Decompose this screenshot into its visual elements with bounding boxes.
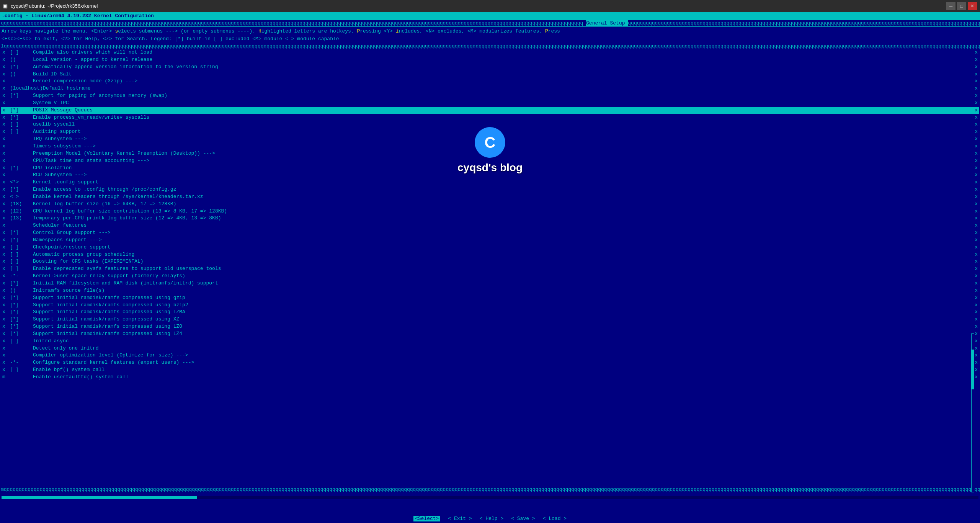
row-prefix: x [2, 294, 10, 302]
row-marker: [*] [10, 92, 33, 100]
row-side-right: x [975, 114, 978, 121]
list-item[interactable]: x[*] Enable process_vm_readv/writev sysc… [1, 114, 979, 121]
list-item[interactable]: x[*] Control Group support --->x [1, 229, 979, 237]
list-item[interactable]: x[*] Support initial ramdisk/ramfs compr… [1, 294, 979, 302]
row-side-right: x [975, 49, 978, 56]
row-side-right: x [975, 121, 978, 128]
list-item[interactable]: x[*] Support initial ramdisk/ramfs compr… [1, 330, 979, 338]
row-side-right: x [975, 71, 978, 78]
list-item[interactable]: x() Initramfs source file(s)x [1, 287, 979, 294]
close-button[interactable]: ✕ [968, 2, 977, 10]
list-item[interactable]: x[*] Support initial ramdisk/ramfs compr… [1, 316, 979, 323]
list-item[interactable]: x[ ] Auditing supportx [1, 128, 979, 136]
list-item[interactable]: x[ ] Boosting for CFS tasks (EXPERIMENTA… [1, 258, 979, 265]
list-item[interactable]: x[ ] Checkpoint/restore supportx [1, 244, 979, 251]
list-item[interactable]: x< > Enable kernel headers through /sys/… [1, 193, 979, 201]
list-item[interactable]: x[*] Support initial ramdisk/ramfs compr… [1, 302, 979, 309]
row-prefix: x [2, 359, 10, 366]
list-item[interactable]: x RCU Subsystem --->x [1, 172, 979, 179]
load-button[interactable]: < Load > [543, 516, 567, 521]
list-item[interactable]: x(localhost) Default hostnamex [1, 85, 979, 92]
row-text: Compile also drivers which will not load [33, 49, 152, 56]
row-prefix: x [2, 92, 10, 100]
minimize-button[interactable]: ─ [946, 2, 956, 10]
row-text: Support initial ramdisk/ramfs compressed… [33, 323, 182, 330]
list-item[interactable]: x IRQ subsystem --->x [1, 136, 979, 143]
row-marker: [ ] [10, 244, 33, 251]
list-item[interactable]: x-*- Kernel->user space relay support (f… [1, 273, 979, 280]
row-side-right: x [975, 128, 978, 136]
row-text: Detect only one initrd [33, 345, 99, 352]
row-text: CPU kernel log buffer size contribution … [33, 208, 227, 215]
list-item[interactable]: x Compiler optimization level (Optimize … [1, 352, 979, 359]
row-text: Kernel log buffer size (16 => 64KB, 17 =… [33, 201, 176, 208]
list-item[interactable]: x[ ] uselib syscallx [1, 121, 979, 128]
row-prefix: x [2, 179, 10, 186]
row-prefix: x [2, 143, 10, 150]
row-text: Automatically append version information… [33, 64, 218, 71]
list-item[interactable]: x Timers subsystem --->x [1, 143, 979, 150]
row-text: Support initial ramdisk/ramfs compressed… [33, 316, 179, 323]
row-side-right: x [975, 208, 978, 215]
list-item[interactable]: x[*] Support for paging of anonymous mem… [1, 92, 979, 100]
row-prefix: x [2, 345, 10, 352]
row-text: Support initial ramdisk/ramfs compressed… [33, 294, 185, 302]
list-item[interactable]: x[ ] Enable bpf() system callx [1, 366, 979, 374]
breadcrumb-fill: qqqqqqqqqqqqqqqqqqqqqqqqqqqqqqqqqqqqqqqq… [628, 20, 980, 26]
progress-bar-container [2, 496, 978, 499]
list-item[interactable]: x[*] Enable access to .config through /p… [1, 186, 979, 193]
terminal-icon: ▣ [3, 3, 8, 9]
help-button[interactable]: < Help > [480, 516, 503, 521]
select-button[interactable]: <Select> [413, 516, 440, 521]
list-item[interactable]: x CPU/Task time and stats accounting ---… [1, 157, 979, 165]
save-button[interactable]: < Save > [511, 516, 535, 521]
list-item[interactable]: x Preemption Model (Voluntary Kernel Pre… [1, 150, 979, 157]
list-item[interactable]: x[ ] Compile also drivers which will not… [1, 49, 979, 56]
row-marker: [*] [10, 186, 33, 193]
list-item[interactable]: x[*] Initial RAM filesystem and RAM disk… [1, 280, 979, 287]
row-marker: [*] [10, 294, 33, 302]
row-prefix: x [2, 366, 10, 374]
list-item[interactable]: x[ ] Automatic process group schedulingx [1, 251, 979, 258]
list-item[interactable]: x[ ] Initrd asyncx [1, 338, 979, 345]
list-item[interactable]: x Kernel compression mode (Gzip) --->x [1, 78, 979, 85]
row-side-right: x [975, 107, 978, 114]
list-item[interactable]: x[ ] Enable deprecated sysfs features to… [1, 265, 979, 273]
list-item[interactable]: x[*] POSIX Message Queuesx [1, 107, 979, 114]
row-side-right: x [975, 100, 978, 107]
row-marker: [ ] [10, 265, 33, 273]
titlebar-left: ▣ cyqsd@ubuntu: ~/Project/rk356x/kernel [3, 3, 98, 9]
maximize-button[interactable]: □ [957, 2, 966, 10]
row-text: Initramfs source file(s) [33, 287, 105, 294]
list-item[interactable]: m Enable userfaultfd() system callx [1, 374, 979, 381]
row-side-right: x [975, 374, 978, 381]
list-item[interactable]: x-*- Configure standard kernel features … [1, 359, 979, 366]
list-item[interactable]: x[*] Namespaces support --->x [1, 237, 979, 244]
list-item[interactable]: x(12) CPU kernel log buffer size contrib… [1, 208, 979, 215]
row-side-right: x [975, 179, 978, 186]
list-item[interactable]: x(18) Kernel log buffer size (16 => 64KB… [1, 201, 979, 208]
row-side-right: x [975, 273, 978, 280]
list-item[interactable]: x() Local version - append to kernel rel… [1, 56, 979, 64]
row-side-right: x [975, 85, 978, 92]
row-text: Scheduler features [33, 222, 87, 229]
list-item[interactable]: x[*] Support initial ramdisk/ramfs compr… [1, 309, 979, 316]
list-item[interactable]: x(13) Temporary per-CPU printk log buffe… [1, 215, 979, 222]
list-item[interactable]: x Scheduler featuresx [1, 222, 979, 229]
row-marker: [*] [10, 330, 33, 338]
list-item[interactable]: x[*] Automatically append version inform… [1, 64, 979, 71]
list-item[interactable]: x System V IPCx [1, 100, 979, 107]
list-item[interactable]: x Detect only one initrdx [1, 345, 979, 352]
row-text: Enable process_vm_readv/writev syscalls [33, 114, 149, 121]
list-item[interactable]: x[*] Support initial ramdisk/ramfs compr… [1, 323, 979, 330]
row-marker: (18) [10, 201, 33, 208]
list-item[interactable]: x<*> Kernel .config supportx [1, 179, 979, 186]
row-prefix: x [2, 85, 10, 92]
help-text: Arrow keys navigate the menu. <Enter> se… [0, 27, 980, 43]
list-item[interactable]: x() Build ID Saltx [1, 71, 979, 78]
row-marker: [*] [10, 316, 33, 323]
scrollbar[interactable] [971, 333, 974, 492]
exit-button[interactable]: < Exit > [448, 516, 472, 521]
list-item[interactable]: x[*] CPU isolationx [1, 165, 979, 172]
row-prefix: x [2, 56, 10, 64]
